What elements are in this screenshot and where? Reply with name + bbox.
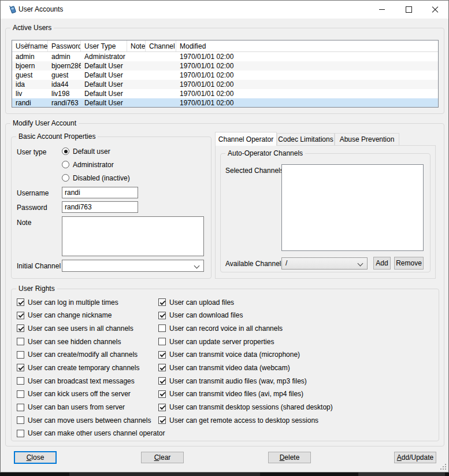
app-icon	[8, 5, 17, 14]
tab-channel-operator[interactable]: Channel Operator	[215, 132, 277, 146]
table-row-randi[interactable]: randirandi763Default User1970/01/01 02:0…	[12, 98, 438, 108]
table-row-liv[interactable]: livliv198Default User1970/01/01 02:00	[12, 89, 438, 98]
cell-username: bjoern	[12, 61, 48, 71]
checkbox-icon[interactable]	[17, 430, 24, 437]
column-header-note[interactable]: Note	[127, 40, 146, 51]
sort-indicator-icon	[25, 40, 30, 45]
user-right-user-can-ban-users-from-server[interactable]: User can ban users from server	[17, 403, 165, 412]
password-input[interactable]	[62, 201, 138, 213]
user-right-label: User can update server properties	[169, 338, 274, 346]
user-right-label: User can get remote access to desktop se…	[169, 416, 318, 425]
user-right-user-can-see-hidden-channels[interactable]: User can see hidden channels	[17, 337, 165, 346]
maximize-icon	[406, 6, 412, 13]
checkbox-icon[interactable]	[17, 377, 24, 385]
available-channels-combobox[interactable]: /	[281, 257, 368, 270]
radio-disabled-inactive[interactable]: Disabled (inactive)	[62, 174, 130, 182]
available-channels-label: Available Channels	[225, 260, 285, 268]
user-right-user-can-move-users-between-channels[interactable]: User can move users between channels	[17, 416, 165, 425]
user-right-user-can-kick-users-off-the-server[interactable]: User can kick users off the server	[17, 390, 165, 398]
column-header-modified[interactable]: Modified	[176, 40, 438, 51]
user-right-user-can-create-modify-all-channels[interactable]: User can create/modify all channels	[17, 350, 165, 359]
maximize-button[interactable]	[395, 1, 422, 19]
cell-modified: 1970/01/01 02:00	[176, 61, 438, 71]
tab-codec-limitations[interactable]: Codec Limitations	[277, 133, 335, 145]
checkbox-icon[interactable]	[17, 324, 24, 332]
checkbox-icon[interactable]	[158, 338, 166, 345]
user-right-user-can-update-server-properties[interactable]: User can update server properties	[158, 337, 333, 346]
basic-account-properties-label: Basic Account Properties	[16, 132, 98, 141]
user-right-user-can-record-voice-in-all-channels[interactable]: User can record voice in all channels	[158, 324, 333, 333]
add-update-button[interactable]: Add/Update	[394, 452, 436, 463]
remove-channel-button[interactable]: Remove	[394, 257, 424, 270]
user-right-label: User can transmit voice data (microphone…	[169, 350, 300, 359]
checkbox-icon[interactable]	[17, 298, 24, 306]
user-right-user-can-log-in-multiple-times[interactable]: User can log in multiple times	[17, 298, 165, 307]
user-right-label: User can create temporary channels	[28, 364, 139, 372]
table-row-admin[interactable]: adminadminAdministrator1970/01/01 02:00	[12, 52, 438, 61]
user-right-user-can-transmit-video-files-avi-mp4-files[interactable]: User can transmit video files (avi, mp4 …	[158, 390, 333, 398]
checkbox-icon[interactable]	[17, 351, 24, 359]
column-header-password[interactable]: Password	[48, 40, 81, 51]
checkbox-icon[interactable]	[158, 416, 166, 424]
user-right-user-can-download-files[interactable]: User can download files	[158, 311, 333, 320]
user-right-user-can-transmit-desktop-sessions-shared-desktop[interactable]: User can transmit desktop sessions (shar…	[158, 403, 333, 412]
title-bar[interactable]: User Accounts	[1, 1, 448, 19]
close-icon	[432, 6, 439, 13]
user-right-user-can-change-nickname[interactable]: User can change nickname	[17, 311, 165, 320]
radio-icon[interactable]	[62, 174, 69, 182]
checkbox-icon[interactable]	[158, 404, 166, 411]
checkbox-icon[interactable]	[158, 312, 166, 319]
checkbox-icon[interactable]	[158, 390, 166, 398]
user-right-user-can-get-remote-access-to-desktop-sessions[interactable]: User can get remote access to desktop se…	[158, 416, 333, 425]
initial-channel-combobox[interactable]	[62, 260, 204, 272]
checkbox-icon[interactable]	[17, 390, 24, 398]
note-textarea[interactable]	[62, 216, 204, 256]
cell-username: randi	[12, 98, 48, 108]
user-right-user-can-broadcast-text-messages[interactable]: User can broadcast text messages	[17, 377, 165, 385]
checkbox-icon[interactable]	[158, 364, 166, 371]
column-header-username[interactable]: Username	[12, 40, 48, 51]
close-window-button[interactable]	[422, 1, 448, 19]
user-right-user-can-transmit-video-data-webcam[interactable]: User can transmit video data (webcam)	[158, 363, 333, 372]
user-right-user-can-upload-files[interactable]: User can upload files	[158, 298, 333, 307]
clear-button[interactable]: Clear	[141, 452, 184, 463]
checkbox-icon[interactable]	[17, 404, 24, 411]
checkbox-icon[interactable]	[17, 364, 24, 371]
cell-password: guest	[48, 71, 81, 80]
checkbox-icon[interactable]	[17, 312, 24, 319]
user-right-label: User can see hidden channels	[28, 338, 121, 346]
checkbox-icon[interactable]	[158, 298, 166, 306]
user-right-label: User can transmit audio files (wav, mp3 …	[169, 377, 307, 385]
cell-user_type: Administrator	[81, 52, 127, 61]
table-row-guest[interactable]: guestguestDefault User1970/01/01 02:00	[12, 71, 438, 80]
modify-user-account-group-label: Modify User Account	[10, 119, 79, 128]
user-right-user-can-create-temporary-channels[interactable]: User can create temporary channels	[17, 363, 165, 372]
checkbox-icon[interactable]	[17, 416, 24, 424]
radio-icon[interactable]	[62, 147, 69, 155]
user-right-user-can-make-other-users-channel-operator[interactable]: User can make other users channel operat…	[17, 429, 165, 438]
checkbox-icon[interactable]	[158, 377, 166, 385]
table-row-bjoern[interactable]: bjoernbjoern286Default User1970/01/01 02…	[12, 61, 438, 71]
user-right-user-can-transmit-audio-files-wav-mp3-files[interactable]: User can transmit audio files (wav, mp3 …	[158, 377, 333, 385]
delete-button[interactable]: Delete	[268, 452, 311, 463]
selected-channels-listbox[interactable]	[281, 164, 424, 251]
user-right-user-can-transmit-voice-data-microphone[interactable]: User can transmit voice data (microphone…	[158, 350, 333, 359]
table-row-ida[interactable]: idaida44Default User1970/01/01 02:00	[12, 80, 438, 89]
radio-icon[interactable]	[62, 161, 69, 168]
tab-abuse-prevention[interactable]: Abuse Prevention	[335, 133, 399, 145]
minimize-button[interactable]	[369, 1, 395, 19]
add-channel-button[interactable]: Add	[373, 257, 391, 270]
resize-grip-icon[interactable]	[440, 464, 446, 470]
close-button[interactable]: Close	[14, 451, 57, 464]
radio-label: Disabled (inactive)	[73, 174, 130, 182]
column-header-user-type[interactable]: User Type	[81, 40, 127, 51]
checkbox-icon[interactable]	[158, 324, 166, 332]
radio-default-user[interactable]: Default user	[62, 147, 130, 156]
column-header-channel[interactable]: Channel	[146, 40, 176, 51]
user-right-user-can-see-users-in-all-channels[interactable]: User can see users in all channels	[17, 324, 165, 333]
username-input[interactable]	[62, 187, 138, 198]
checkbox-icon[interactable]	[158, 351, 166, 359]
checkbox-icon[interactable]	[17, 338, 24, 345]
radio-administrator[interactable]: Administrator	[62, 160, 130, 169]
cell-channel	[146, 61, 176, 71]
